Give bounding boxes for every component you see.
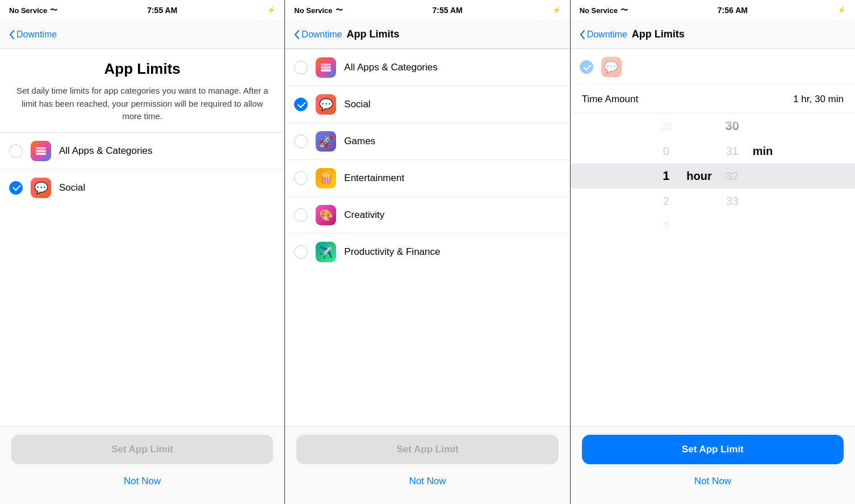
bottom-section-1: Set App Limit Not Now — [0, 426, 284, 504]
nav-title-3: App Limits — [632, 28, 685, 40]
panel-3: No Service 〜 7:56 AM ⚡ Downtime App Limi… — [571, 0, 855, 504]
back-label-1: Downtime — [16, 30, 57, 40]
cat-label-games-2: Games — [344, 136, 560, 147]
radio-all-apps-1[interactable] — [9, 144, 23, 158]
hours-column[interactable]: 27 28 0 1 2 3 4 — [649, 114, 683, 238]
intro-section: App Limits Set daily time limits for app… — [0, 49, 284, 132]
status-right-3: ⚡ — [837, 6, 846, 14]
radio-all-apps-2[interactable] — [294, 61, 308, 74]
radio-creativity-2[interactable] — [294, 208, 308, 222]
svg-rect-1 — [36, 150, 46, 152]
time-label-1: 7:55 AM — [147, 6, 177, 15]
status-left-3: No Service 〜 — [580, 5, 628, 15]
bottom-section-3: Set App Limit Not Now — [571, 426, 855, 504]
nav-title-2: App Limits — [346, 28, 399, 40]
list-item[interactable]: 💬 Social — [0, 170, 284, 206]
not-now-button-1[interactable]: Not Now — [11, 470, 273, 493]
radio-social-top[interactable] — [580, 60, 593, 74]
picker-item: 28 — [660, 114, 672, 138]
no-service-label-1: No Service — [9, 6, 47, 15]
picker-item: 33 — [726, 188, 739, 213]
category-list-1: All Apps & Categories 💬 Social — [0, 132, 284, 206]
not-now-button-3[interactable]: Not Now — [582, 470, 844, 493]
cat-label-social-2: Social — [344, 99, 560, 110]
status-right-2: ⚡ — [552, 6, 561, 14]
list-item[interactable]: 🚀 Games — [285, 123, 569, 160]
radio-entertainment-2[interactable] — [294, 171, 308, 185]
list-item[interactable]: All Apps & Categories — [0, 133, 284, 170]
picker-item: 31 — [726, 138, 739, 163]
no-service-label-2: No Service — [294, 6, 332, 15]
status-bar-2: No Service 〜 7:55 AM ⚡ — [285, 0, 569, 20]
picker-item: 32 — [726, 163, 739, 188]
wifi-icon-2: 〜 — [336, 5, 343, 15]
back-button-3[interactable]: Downtime — [580, 30, 627, 40]
status-left-1: No Service 〜 — [9, 5, 57, 15]
minutes-column[interactable]: 29 30 31 32 33 — [715, 114, 749, 213]
time-picker[interactable]: 27 28 0 1 2 3 4 hour 29 30 31 32 33 — [571, 114, 855, 238]
panel-2: No Service 〜 7:55 AM ⚡ Downtime App Limi… — [285, 0, 570, 504]
list-item[interactable]: ✈️ Productivity & Finance — [285, 234, 569, 270]
min-label: min — [749, 138, 777, 163]
charging-icon-1: ⚡ — [267, 6, 275, 14]
back-button-1[interactable]: Downtime — [9, 30, 57, 40]
productivity-icon-2: ✈️ — [316, 242, 336, 262]
wifi-icon-1: 〜 — [50, 5, 57, 15]
panel-1: No Service 〜 7:55 AM ⚡ Downtime App Limi… — [0, 0, 285, 504]
cat-label-creativity-2: Creativity — [344, 209, 560, 221]
nav-bar-2: Downtime App Limits — [285, 20, 569, 49]
list-item[interactable]: 🎨 Creativity — [285, 197, 569, 234]
hour-label: hour — [683, 163, 715, 188]
list-item[interactable]: All Apps & Categories — [285, 49, 569, 86]
svg-rect-4 — [321, 66, 331, 69]
picker-item: 0 — [663, 138, 669, 163]
status-bar-3: No Service 〜 7:56 AM ⚡ — [571, 0, 855, 20]
charging-icon-3: ⚡ — [837, 6, 846, 14]
radio-social-2[interactable] — [294, 98, 308, 111]
time-amount-row[interactable]: Time Amount 1 hr, 30 min — [571, 86, 855, 114]
no-service-label-3: No Service — [580, 6, 618, 15]
category-list-2: All Apps & Categories 💬 Social 🚀 Games — [285, 49, 569, 270]
set-app-limit-button-1[interactable]: Set App Limit — [11, 435, 273, 464]
back-label-3: Downtime — [587, 30, 627, 40]
svg-rect-5 — [321, 64, 331, 66]
set-app-limit-button-3[interactable]: Set App Limit — [582, 435, 844, 464]
wifi-icon-3: 〜 — [621, 5, 628, 15]
not-now-button-2[interactable]: Not Now — [296, 470, 558, 493]
time-label-2: 7:55 AM — [433, 6, 463, 15]
time-amount-value: 1 hr, 30 min — [793, 94, 844, 105]
cat-label-productivity-2: Productivity & Finance — [344, 246, 560, 258]
status-bar-1: No Service 〜 7:55 AM ⚡ — [0, 0, 284, 20]
intro-desc: Set daily time limits for app categories… — [11, 85, 273, 123]
intro-title: App Limits — [11, 60, 273, 78]
cat-label-all-apps-1: All Apps & Categories — [59, 145, 275, 157]
nav-bar-1: Downtime — [0, 20, 284, 49]
all-apps-icon-2 — [316, 57, 336, 78]
list-item[interactable]: 💬 Social — [285, 86, 569, 123]
cat-label-social-1: Social — [59, 182, 275, 194]
radio-social-1[interactable] — [9, 181, 23, 195]
picker-item: 2 — [663, 188, 669, 213]
entertainment-icon-2: 🍿 — [316, 168, 336, 188]
nav-bar-3: Downtime App Limits — [571, 20, 855, 49]
list-item[interactable]: 🍿 Entertainment — [285, 160, 569, 197]
time-amount-label: Time Amount — [582, 94, 639, 105]
status-right-1: ⚡ — [267, 6, 275, 14]
charging-icon-2: ⚡ — [552, 6, 561, 14]
back-label-2: Downtime — [301, 30, 342, 40]
bottom-section-2: Set App Limit Not Now — [285, 426, 569, 504]
social-top-item[interactable]: 💬 — [571, 49, 855, 86]
svg-rect-0 — [36, 153, 46, 155]
set-app-limit-button-2[interactable]: Set App Limit — [296, 435, 558, 464]
radio-productivity-2[interactable] — [294, 245, 308, 259]
all-apps-icon-1 — [31, 141, 51, 161]
cat-label-all-apps-2: All Apps & Categories — [344, 62, 560, 73]
content-3: 💬 Time Amount 1 hr, 30 min 27 28 0 1 2 — [571, 49, 855, 426]
back-button-2[interactable]: Downtime — [294, 30, 342, 40]
svg-rect-3 — [321, 69, 331, 72]
content-1: App Limits Set daily time limits for app… — [0, 49, 284, 426]
radio-games-2[interactable] — [294, 135, 308, 148]
time-label-3: 7:56 AM — [718, 6, 748, 15]
picker-item-selected-hour: 1 — [663, 163, 669, 188]
creativity-icon-2: 🎨 — [316, 205, 336, 225]
